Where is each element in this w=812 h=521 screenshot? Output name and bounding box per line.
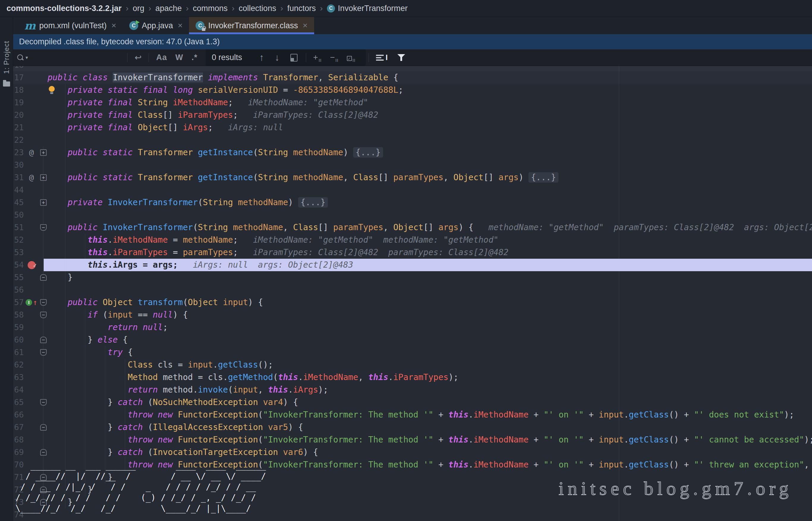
- code-line-text[interactable]: return method.invoke(input, this.iArgs);: [48, 384, 812, 396]
- search-input[interactable]: ▾: [13, 49, 124, 66]
- fold-marker-end[interactable]: −: [40, 486, 47, 493]
- code-line-text[interactable]: throw new FunctorException("InvokerTrans…: [48, 458, 812, 471]
- editor-tab[interactable]: mpom.xml (vulnTest)×: [18, 17, 123, 34]
- fold-marker-collapsed[interactable]: +: [40, 199, 47, 206]
- line-number: 71: [13, 471, 24, 483]
- search-history-chevron-icon[interactable]: ▾: [26, 55, 28, 60]
- code-line-text[interactable]: [48, 508, 812, 521]
- code-line-text[interactable]: private InvokerTransformer(String method…: [48, 196, 812, 209]
- code-line-text[interactable]: [48, 134, 812, 146]
- fold-marker-end[interactable]: −: [40, 274, 47, 281]
- code-token: ,: [258, 385, 268, 394]
- fold-marker-expanded[interactable]: −: [40, 224, 47, 231]
- code-line-text[interactable]: }: [48, 471, 812, 483]
- code-line-text[interactable]: if (input == null) {: [48, 309, 812, 321]
- code-line-text[interactable]: return null;: [48, 321, 812, 334]
- code-token: [48, 297, 68, 307]
- code-line-text[interactable]: this.iParamTypes = paramTypes; iParamTyp…: [48, 246, 812, 259]
- implements-method-icon[interactable]: I: [26, 299, 32, 306]
- code-line-text[interactable]: private final Object[] iArgs; iArgs: nul…: [48, 121, 812, 134]
- breadcrumb-item[interactable]: org: [133, 4, 144, 13]
- gutter-icon-slot: [24, 271, 39, 284]
- breakpoint-icon[interactable]: ✓: [28, 261, 36, 269]
- code-line-text[interactable]: private static final long serialVersionU…: [48, 84, 812, 96]
- code-line-text[interactable]: public class InvokerTransformer implemen…: [48, 71, 812, 84]
- fold-marker-expanded[interactable]: −: [40, 299, 47, 306]
- fold-marker-expanded[interactable]: −: [40, 312, 47, 318]
- breadcrumb-item[interactable]: functors: [287, 4, 316, 13]
- filter-funnel-icon[interactable]: [398, 54, 405, 61]
- code-line-text[interactable]: private final String iMethodName; iMetho…: [48, 96, 812, 109]
- code-line-text[interactable]: } catch (IllegalAccessException var5) {: [48, 421, 812, 434]
- fold-marker-collapsed[interactable]: +: [40, 174, 47, 181]
- breadcrumb-item[interactable]: collections: [239, 4, 276, 13]
- gutter-icon-slot: [24, 284, 39, 296]
- code-line-text[interactable]: Class cls = input.getClass();: [48, 359, 812, 371]
- code-line-text[interactable]: throw new FunctorException("InvokerTrans…: [48, 434, 812, 446]
- fold-gutter: [39, 359, 48, 371]
- code-token: iParamTypes: [393, 372, 448, 382]
- tab-close-icon[interactable]: ×: [303, 21, 308, 30]
- breadcrumb-item[interactable]: commons: [193, 4, 228, 13]
- match-case-toggle[interactable]: Aa: [152, 53, 171, 62]
- code-line-text[interactable]: [48, 184, 812, 196]
- code-line-text[interactable]: [48, 284, 812, 296]
- gutter-icon-slot: [24, 221, 39, 234]
- code-line-text[interactable]: } else {: [48, 334, 812, 346]
- editor-code-area[interactable]: 1617public class InvokerTransformer impl…: [13, 59, 812, 521]
- tool-window-button-project[interactable]: 1: Project: [2, 41, 11, 74]
- project-folder-icon[interactable]: [3, 82, 10, 87]
- code-line-text[interactable]: }: [48, 496, 812, 508]
- code-line-text[interactable]: private final Class[] iParamTypes; iPara…: [48, 109, 812, 121]
- remove-occurrence-button[interactable]: −II: [326, 53, 343, 63]
- code-line-text[interactable]: public static Transformer getInstance(St…: [48, 171, 812, 184]
- editor-tab[interactable]: CInvokerTransformer.class×: [189, 17, 314, 34]
- next-occurrence-button[interactable]: ↓: [269, 52, 285, 63]
- code-line-text[interactable]: this.iArgs = args; iArgs: null args: Obj…: [48, 259, 812, 271]
- code-line-text[interactable]: [48, 159, 812, 171]
- tab-close-icon[interactable]: ×: [112, 21, 116, 30]
- code-line-text[interactable]: throw new FunctorException("InvokerTrans…: [48, 409, 812, 421]
- fold-marker-expanded[interactable]: −: [40, 399, 47, 406]
- newline-toggle-icon[interactable]: ↩: [130, 53, 146, 63]
- code-line-text[interactable]: Method method = cls.getMethod(this.iMeth…: [48, 371, 812, 384]
- code-line: 31@+ public static Transformer getInstan…: [13, 171, 812, 184]
- fold-marker-end[interactable]: −: [40, 424, 47, 431]
- code-line-text[interactable]: public static Transformer getInstance(St…: [48, 146, 812, 159]
- find-in-selection-icon[interactable]: [290, 54, 297, 62]
- code-line-text[interactable]: public InvokerTransformer(String methodN…: [48, 221, 812, 234]
- code-line-text[interactable]: }: [48, 271, 812, 284]
- gutter-icon-slot[interactable]: I↑: [24, 296, 39, 309]
- code-line-text[interactable]: [48, 209, 812, 221]
- fold-marker-collapsed[interactable]: +: [40, 149, 47, 156]
- editor-tab[interactable]: CApp.java×: [123, 17, 189, 34]
- fold-marker-end[interactable]: −: [40, 499, 47, 505]
- previous-occurrence-button[interactable]: ↑: [254, 52, 269, 63]
- whole-words-toggle[interactable]: W: [171, 53, 187, 62]
- fold-marker-end[interactable]: −: [40, 337, 47, 343]
- intention-bulb-icon[interactable]: [49, 86, 55, 92]
- breadcrumb-item[interactable]: apache: [156, 4, 182, 13]
- select-all-occurrences-button[interactable]: ✓II: [343, 53, 360, 63]
- code-line-text[interactable]: try {: [48, 346, 812, 359]
- breadcrumb-item[interactable]: commons-collections-3.2.2.jar: [6, 4, 122, 13]
- code-line-text[interactable]: public Object transform(Object input) {: [48, 296, 812, 309]
- fold-marker-end[interactable]: −: [40, 449, 47, 456]
- gutter-icon-slot[interactable]: ✓: [24, 259, 39, 271]
- code-line-text[interactable]: this.iMethodName = methodName; iMethodNa…: [48, 234, 812, 246]
- add-occurrence-button[interactable]: +II: [309, 53, 326, 63]
- tab-close-icon[interactable]: ×: [178, 21, 183, 30]
- fold-marker-expanded[interactable]: −: [40, 349, 47, 356]
- breadcrumb-item[interactable]: CInvokerTransformer: [327, 4, 408, 13]
- code-line-text[interactable]: }: [48, 483, 812, 496]
- code-token: [48, 122, 68, 132]
- filter-lines-icon[interactable]: I: [372, 53, 392, 62]
- code-line-text[interactable]: } catch (InvocationTargetException var6)…: [48, 446, 812, 458]
- fold-marker-end[interactable]: −: [40, 474, 47, 480]
- code-token: ;: [233, 247, 238, 257]
- code-token: Class: [353, 173, 378, 182]
- code-line-text[interactable]: } catch (NoSuchMethodException var4) {: [48, 396, 812, 409]
- code-token: cls =: [153, 360, 188, 370]
- regex-toggle[interactable]: .*: [187, 53, 201, 62]
- code-token: .: [108, 235, 113, 245]
